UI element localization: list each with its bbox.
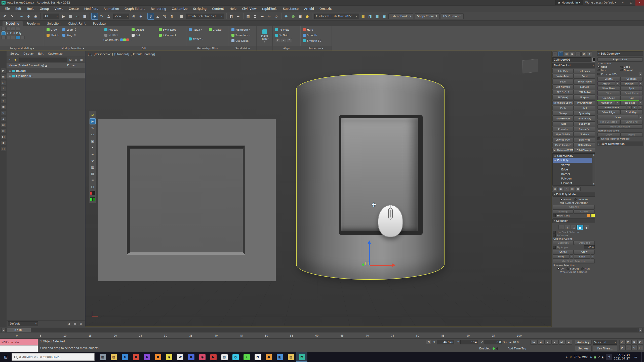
- get-stack-selection-button[interactable]: Get Stack Selection: [553, 259, 595, 263]
- previous-frame-arrow[interactable]: ◀: [2, 328, 6, 332]
- cylinder001-object-selected[interactable]: [296, 74, 445, 280]
- backface-button[interactable]: Backface: [553, 241, 574, 245]
- select-and-rotate-icon[interactable]: ↻: [98, 13, 105, 20]
- perspective-viewport[interactable]: [+][Perspective ][Standard][Default Shad…: [85, 51, 551, 327]
- zoom-extents-all-icon[interactable]: ◧: [637, 340, 643, 345]
- spinner-snap-icon[interactable]: ⇅: [169, 13, 175, 20]
- make-planar-button[interactable]: Make Planar: [261, 34, 269, 40]
- maximize-viewport-toggle-icon[interactable]: □: [637, 345, 643, 350]
- tab-modeling[interactable]: Modeling: [3, 21, 23, 26]
- menu-edit[interactable]: Edit: [13, 6, 24, 12]
- loop-button[interactable]: Loop: [574, 254, 590, 259]
- network-icon[interactable]: ▲: [602, 355, 604, 359]
- tab-selection[interactable]: Selection: [44, 21, 64, 26]
- modifier-retopology-button[interactable]: Retopology: [574, 143, 595, 147]
- object-name-field[interactable]: [552, 57, 591, 62]
- z-transform-field[interactable]: Z:0.0: [481, 340, 502, 344]
- ribbon-axis-x-button[interactable]: X: [275, 38, 280, 42]
- dropdown-arrow-icon[interactable]: ▾: [130, 39, 131, 41]
- angle-snap-icon[interactable]: ∠: [154, 13, 161, 20]
- minimize-button[interactable]: ─: [618, 0, 627, 6]
- modifier-turbosmooth-button[interactable]: TurboSmooth: [552, 116, 574, 121]
- object-color-swatch[interactable]: [592, 58, 595, 62]
- tab-populate[interactable]: Populate: [90, 21, 109, 26]
- modifier-ffd-4x4x4-button[interactable]: FFD 4x4x4: [574, 90, 595, 95]
- display-tab-icon[interactable]: □: [576, 52, 581, 56]
- project-path-field[interactable]: C:\Users\UI...ds Max 2022▾: [314, 14, 358, 19]
- field-of-view-icon[interactable]: ◔: [619, 345, 625, 350]
- panel-label[interactable]: Align: [273, 46, 300, 51]
- eg-hide-selected-button[interactable]: Hide Selected: [597, 120, 620, 124]
- orbit-icon[interactable]: ↻: [631, 345, 637, 350]
- stack-item-vertex[interactable]: Vertex: [553, 163, 595, 167]
- volume-icon[interactable]: ♪: [598, 355, 600, 359]
- settings-box-icon[interactable]: ▪: [639, 115, 642, 119]
- modifier-bevel-button[interactable]: Bevel: [552, 79, 574, 84]
- preset-1-icon[interactable]: [2, 27, 6, 31]
- uv-2-smooth-button[interactable]: UV 2 Smooth: [441, 13, 464, 19]
- color-swatch-red-black[interactable]: [90, 190, 96, 196]
- folder2-icon[interactable]: ▤: [285, 352, 296, 362]
- notes-icon[interactable]: ▤: [219, 352, 230, 362]
- eg-make-planar-button[interactable]: Make Planar: [597, 105, 626, 110]
- show-desktop-button[interactable]: [641, 352, 643, 362]
- modifier-prooptimizer-button[interactable]: ProOptimizer: [574, 100, 595, 105]
- bones-filter-icon[interactable]: ▤: [1, 123, 6, 127]
- lock-icon[interactable]: ⊡: [68, 58, 73, 62]
- constraint-swatch[interactable]: [126, 38, 129, 41]
- menu-views[interactable]: Views: [52, 6, 66, 12]
- menu-graph-editors[interactable]: Graph Editors: [122, 6, 148, 12]
- pin-panel-icon[interactable]: ▾: [587, 52, 592, 56]
- explorer-menu-display[interactable]: Display: [21, 52, 36, 55]
- column-config-icon[interactable]: ▦: [79, 58, 84, 62]
- eg-slice-plane-button[interactable]: Slice Plane: [597, 86, 620, 90]
- printer-icon[interactable]: ▤: [90, 171, 96, 177]
- modifier-bevel-profile-button[interactable]: Bevel Profile: [574, 79, 595, 84]
- menu-scripting[interactable]: Scripting: [190, 6, 209, 12]
- taskbar-clock[interactable]: 오전 2:14 2021-07-27: [614, 353, 630, 361]
- eg-grid-align-button[interactable]: Grid Align: [620, 110, 643, 114]
- chrome-icon[interactable]: ◉: [164, 352, 175, 362]
- modifier-ffd-box-button[interactable]: FFD(box): [552, 95, 574, 100]
- modifier-surface-button[interactable]: Surface: [574, 132, 595, 137]
- tab-object-paint[interactable]: Object Paint: [65, 21, 89, 26]
- select-by-name-icon[interactable]: ▤: [67, 13, 74, 20]
- app-white-icon[interactable]: W: [175, 352, 186, 362]
- loop-spinner[interactable]: ▲▼: [74, 28, 77, 32]
- cameras-filter-icon[interactable]: ◉: [1, 93, 6, 97]
- ribbon-smooth-30-button[interactable]: Smooth 30: [302, 38, 330, 43]
- ribbon-grow-button[interactable]: Grow: [46, 27, 60, 32]
- paint-deformation-rollout[interactable]: ▸Paint Deformation: [597, 142, 643, 146]
- edit-geometry-rollout[interactable]: ▾Edit Geometry: [597, 51, 643, 56]
- named-selection-set-field[interactable]: Create Selection Set▾: [186, 14, 224, 19]
- panel-label[interactable]: Modify Selection ▾: [44, 46, 102, 51]
- eg-collapse-button[interactable]: Collapse: [620, 77, 643, 81]
- modifier-creaseset-button[interactable]: CreaseSet: [574, 127, 595, 131]
- curve-editor-icon[interactable]: ∿: [266, 13, 272, 20]
- remove-modifier-icon[interactable]: ▥: [570, 187, 575, 191]
- polygon-subobject-icon[interactable]: ■: [577, 225, 583, 230]
- groups-filter-icon[interactable]: ◇: [1, 111, 6, 115]
- modifier-list-dropdown[interactable]: Modifier List ▾: [552, 63, 595, 68]
- snap-toggle-3d-icon[interactable]: 3: [147, 13, 154, 20]
- preview-subobj-radio[interactable]: SubObj: [567, 267, 579, 270]
- shapes-filter-icon[interactable]: ○: [1, 80, 6, 85]
- unlink-icon[interactable]: ⊘: [25, 13, 32, 20]
- modifier-ffd-3x3x3-button[interactable]: FFD 3x3x3: [552, 90, 574, 95]
- maxscript-mini-listener[interactable]: MAXScript Mini: [0, 339, 38, 345]
- panel-label[interactable]: Subdivision: [229, 46, 256, 51]
- vertex-subobject-icon[interactable]: ∴: [558, 225, 564, 230]
- modifier-fillet-chamfer-button[interactable]: Fillet/Chamfer: [574, 148, 595, 153]
- ribbon-ring-button[interactable]: Ring: [61, 33, 73, 38]
- modifier-edit-poly-button[interactable]: Edit Poly: [552, 69, 574, 73]
- move-gizmo-plane-handle[interactable]: [365, 262, 369, 265]
- show-cage-checkbox[interactable]: Show Cage: [553, 214, 570, 217]
- ribbon-swift-loop-button[interactable]: Swift Loop: [158, 27, 184, 32]
- menu-animation[interactable]: Animation: [101, 6, 122, 12]
- modifier-twist-button[interactable]: Twist: [552, 121, 574, 126]
- chat-icon[interactable]: ◈: [590, 355, 592, 359]
- modifier-symmetry-button[interactable]: Symmetry: [574, 111, 595, 116]
- key-set-dropdown[interactable]: Selected▾: [593, 340, 617, 345]
- edge-icon[interactable]: e: [119, 352, 130, 362]
- menu-content[interactable]: Content: [209, 6, 227, 12]
